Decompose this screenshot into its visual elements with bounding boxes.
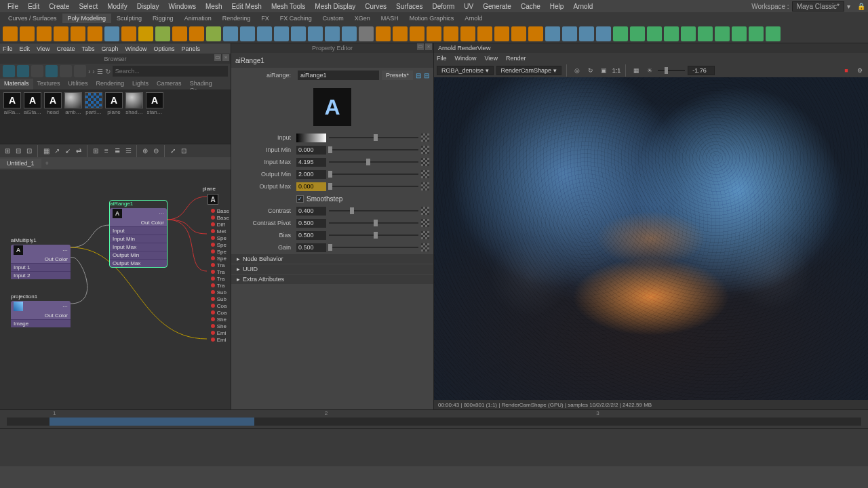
shelf-tab[interactable]: Rendering bbox=[217, 14, 256, 23]
map-button-icon[interactable] bbox=[421, 182, 429, 190]
attr-slider[interactable] bbox=[326, 134, 421, 142]
node-attr[interactable]: Tra bbox=[211, 282, 229, 289]
attr-value-input[interactable] bbox=[296, 146, 326, 155]
panel-menu-item[interactable]: Window bbox=[125, 45, 146, 52]
attr-slider[interactable] bbox=[326, 146, 421, 154]
attr-value-input[interactable] bbox=[296, 231, 326, 240]
exposure-slider[interactable] bbox=[665, 67, 668, 74]
menu-item[interactable]: Mesh Tools bbox=[267, 3, 310, 10]
node-attr[interactable]: Tra bbox=[211, 262, 229, 268]
shelf-tab[interactable]: MASH bbox=[376, 14, 404, 23]
node-attr[interactable]: Base bbox=[211, 207, 229, 214]
display-icon[interactable]: ▦ bbox=[631, 65, 642, 76]
node-attr[interactable]: She bbox=[211, 316, 229, 323]
node-attr[interactable]: Input bbox=[110, 226, 167, 235]
shelf-icon[interactable] bbox=[223, 26, 238, 41]
graph-tool-icon[interactable]: ⊞ bbox=[91, 146, 100, 156]
shelf-icon[interactable] bbox=[766, 26, 781, 41]
map-button-icon[interactable] bbox=[421, 158, 429, 166]
shelf-icon[interactable] bbox=[138, 26, 153, 41]
shelf-icon[interactable] bbox=[630, 26, 645, 41]
shelf-tab[interactable]: FX Caching bbox=[275, 14, 317, 23]
node-attr[interactable]: Emi bbox=[211, 329, 229, 336]
shelf-icon[interactable] bbox=[579, 26, 594, 41]
material-tab[interactable]: Lights bbox=[128, 79, 153, 89]
shelf-icon[interactable] bbox=[359, 26, 374, 41]
shelf-icon[interactable] bbox=[732, 26, 747, 41]
material-swatch[interactable]: shad… bbox=[125, 92, 144, 141]
tool-icon[interactable] bbox=[74, 65, 86, 77]
panel-menu-item[interactable]: File bbox=[3, 45, 13, 52]
menu-item[interactable]: File bbox=[3, 3, 23, 10]
node-attr[interactable]: She bbox=[211, 323, 229, 329]
attr-slider[interactable] bbox=[326, 182, 421, 190]
material-swatch[interactable]: Aplane bbox=[104, 92, 123, 141]
node-projection[interactable]: projection1 ⋯ Out Color Image bbox=[11, 293, 71, 327]
tool-icon[interactable] bbox=[17, 65, 29, 77]
shelf-icon[interactable] bbox=[308, 26, 323, 41]
node-attr[interactable]: Sub bbox=[211, 289, 229, 296]
menu-item[interactable]: Arnold bbox=[568, 3, 597, 10]
menu-item[interactable]: Mesh bbox=[201, 3, 226, 10]
node-attr[interactable]: Input Min bbox=[110, 235, 167, 243]
rv-menu-item[interactable]: Window bbox=[455, 55, 477, 62]
section-uuid[interactable]: ▸UUID bbox=[231, 264, 433, 274]
graph-tool-icon[interactable]: ⇄ bbox=[74, 146, 83, 156]
attr-value-input[interactable] bbox=[296, 158, 326, 167]
node-plane-thumb[interactable]: A bbox=[208, 194, 218, 205]
close-icon[interactable]: × bbox=[425, 43, 432, 50]
node-output[interactable]: Out Color bbox=[11, 312, 71, 319]
stop-render-icon[interactable]: ■ bbox=[841, 65, 852, 76]
refresh-icon[interactable]: ↻ bbox=[105, 68, 111, 75]
attr-value-input[interactable] bbox=[296, 134, 326, 142]
node-output[interactable]: Out Color bbox=[11, 256, 71, 263]
workspace-value[interactable]: Maya Classic* bbox=[792, 1, 844, 12]
material-tab[interactable]: Shading Gr… bbox=[186, 79, 231, 89]
map-button-icon[interactable] bbox=[421, 243, 429, 251]
menu-item[interactable]: Select bbox=[74, 3, 102, 10]
panel-menu-item[interactable]: Options bbox=[153, 45, 174, 52]
node-attr[interactable]: Input Max bbox=[110, 243, 167, 251]
target-icon[interactable]: ◎ bbox=[572, 65, 583, 76]
exposure-icon[interactable]: ☀ bbox=[644, 65, 655, 76]
menu-item[interactable]: Help bbox=[545, 3, 569, 10]
command-line-area[interactable] bbox=[0, 428, 868, 466]
tool-icon[interactable] bbox=[31, 65, 43, 77]
graph-tool-icon[interactable]: ⊟ bbox=[14, 146, 23, 156]
shelf-icon[interactable] bbox=[613, 26, 628, 41]
shelf-icon[interactable] bbox=[189, 26, 204, 41]
bookmark-icon[interactable]: ☰ bbox=[97, 68, 103, 75]
node-attr[interactable]: Diff bbox=[211, 221, 229, 228]
node-attr[interactable]: Sub bbox=[211, 296, 229, 302]
shelf-icon[interactable] bbox=[477, 26, 492, 41]
shelf-icon[interactable] bbox=[494, 26, 509, 41]
crop-icon[interactable]: ▣ bbox=[599, 65, 610, 76]
shelf-icon[interactable] bbox=[87, 26, 102, 41]
graph-tool-icon[interactable]: ≣ bbox=[113, 146, 122, 156]
menu-item[interactable]: Deform bbox=[428, 3, 460, 10]
graph-tool-icon[interactable]: ≡ bbox=[102, 146, 111, 156]
shelf-icon[interactable] bbox=[715, 26, 730, 41]
attr-slider[interactable] bbox=[326, 207, 421, 215]
menu-item[interactable]: Display bbox=[132, 3, 164, 10]
checkbox[interactable]: ✓ bbox=[296, 195, 304, 203]
shelf-icon[interactable] bbox=[562, 26, 577, 41]
shelf-icon[interactable] bbox=[121, 26, 136, 41]
section-node-behavior[interactable]: ▸Node Behavior bbox=[231, 254, 433, 264]
material-swatch[interactable]: AaiRa… bbox=[3, 92, 22, 141]
menu-item[interactable]: Modify bbox=[102, 3, 132, 10]
panel-menu-item[interactable]: Panels bbox=[181, 45, 200, 52]
shelf-icon[interactable] bbox=[172, 26, 187, 41]
shelf-icon[interactable] bbox=[37, 26, 52, 41]
shelf-icon[interactable] bbox=[291, 26, 306, 41]
shelf-tab[interactable]: Animation bbox=[179, 14, 217, 23]
shelf-icon[interactable] bbox=[511, 26, 526, 41]
material-swatch[interactable]: parti… bbox=[84, 92, 103, 141]
attr-slider[interactable] bbox=[326, 170, 421, 178]
time-slider[interactable]: 1 2 3 bbox=[0, 409, 868, 428]
graph-tool-icon[interactable]: ⊕ bbox=[140, 146, 150, 156]
material-tab[interactable]: Textures bbox=[33, 79, 64, 89]
node-attr[interactable]: Spe bbox=[211, 255, 229, 262]
shelf-icon[interactable] bbox=[342, 26, 357, 41]
node-menu-icon[interactable]: ⋯ bbox=[62, 304, 68, 310]
